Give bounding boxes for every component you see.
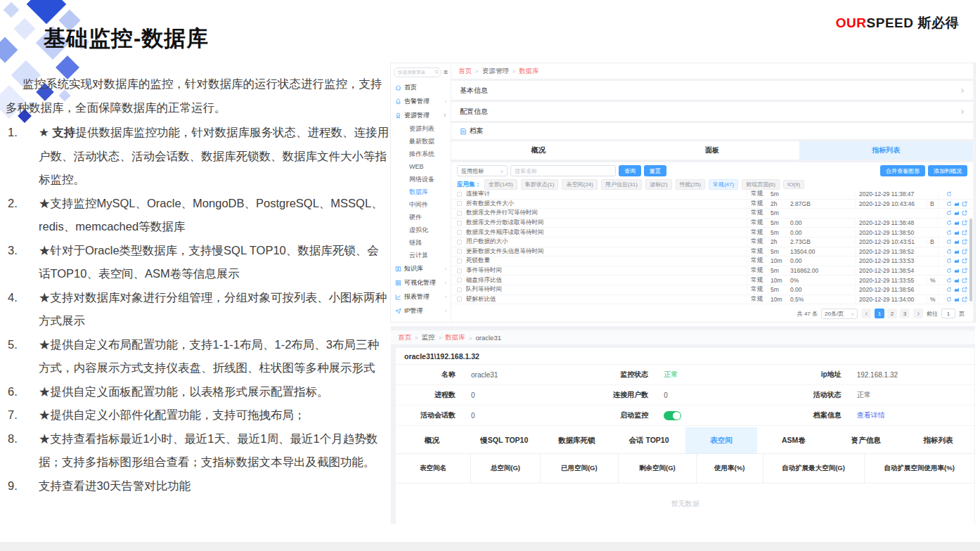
sidebar-item[interactable]: 可视化管理 › <box>391 276 451 290</box>
chart-icon[interactable] <box>954 220 960 226</box>
row-checkbox[interactable] <box>457 249 462 254</box>
sidebar-item[interactable]: 资源管理 ∨ <box>391 108 451 122</box>
external-link-icon[interactable] <box>962 287 967 292</box>
refresh-icon[interactable] <box>946 239 952 245</box>
refresh-icon[interactable] <box>946 191 952 197</box>
row-checkbox[interactable] <box>457 287 462 292</box>
detail-tab[interactable]: 数据库死锁 <box>541 427 613 453</box>
table-row[interactable]: 数据库文件并行写等待时间 常规 5m <box>451 209 973 219</box>
sidebar-item[interactable]: 资源列表 <box>391 122 451 135</box>
table-scrollbar[interactable] <box>969 219 972 302</box>
sidebar-item[interactable]: 数据库 <box>391 186 451 198</box>
breadcrumb-item[interactable]: 首页 <box>398 333 411 342</box>
detail-tab[interactable]: 会话 TOP10 <box>613 427 685 453</box>
table-row[interactable]: 所有数据文件大小 常规 2h 2.87GB 2020-12-29 10:43:4… <box>451 200 973 209</box>
row-checkbox[interactable] <box>457 221 462 226</box>
filter-tag[interactable]: 常规(47) <box>709 179 738 190</box>
breadcrumb-item[interactable]: 资源管理 <box>472 67 509 76</box>
sidebar-item[interactable]: 告警管理 › <box>391 94 451 108</box>
reset-button[interactable]: 重置 <box>644 165 666 176</box>
table-row[interactable]: 事件等待时间 常规 5m 316862.00 2020-12-29 11:38:… <box>451 266 973 276</box>
chart-icon[interactable] <box>954 278 960 283</box>
breadcrumb-item[interactable]: 数据库 <box>435 333 465 342</box>
breadcrumb-item[interactable]: 监控 <box>411 333 435 342</box>
chart-icon[interactable] <box>954 297 960 302</box>
row-checkbox[interactable] <box>457 211 462 216</box>
chart-icon[interactable] <box>954 239 960 245</box>
chart-icon[interactable] <box>954 210 960 216</box>
row-checkbox[interactable] <box>457 201 462 206</box>
sidebar-item[interactable]: 虚拟化 <box>391 223 451 236</box>
menu-icon[interactable]: ≡ <box>444 69 448 76</box>
sidebar-item[interactable]: 操作系统 <box>391 148 451 160</box>
external-link-icon[interactable] <box>962 278 967 283</box>
sidebar-item[interactable]: WEB <box>391 160 451 173</box>
filter-tag[interactable]: 全部(145) <box>484 179 517 190</box>
collapse-panel[interactable]: 基本信息 <box>451 81 973 100</box>
refresh-icon[interactable] <box>946 201 952 207</box>
refresh-icon[interactable] <box>946 287 952 292</box>
field-value[interactable]: 查看详情 <box>857 410 885 420</box>
chart-icon[interactable] <box>954 230 960 235</box>
refresh-icon[interactable] <box>946 230 952 235</box>
filter-tag[interactable]: 用户信息(31) <box>601 179 642 190</box>
metric-type-select[interactable]: 应用指标 ∨ <box>457 165 508 176</box>
row-checkbox[interactable] <box>457 240 462 245</box>
detail-tab[interactable]: 概况 <box>396 427 468 453</box>
sidebar-item[interactable]: 最新数据 <box>391 135 451 148</box>
page-number[interactable]: 2 <box>887 309 897 318</box>
refresh-icon[interactable] <box>946 249 952 254</box>
table-row[interactable]: 用户数据的大小 常规 2h 2.73GB 2020-12-29 10:43:51… <box>451 238 973 247</box>
prev-page-button[interactable] <box>861 309 871 318</box>
detail-tab[interactable]: 指标列表 <box>902 427 974 453</box>
filter-tag[interactable]: 表空间(24) <box>562 179 597 190</box>
refresh-icon[interactable] <box>946 210 952 216</box>
table-row[interactable]: 死锁数量 常规 10m 0.00 2020-12-29 11:33:53 <box>451 257 973 266</box>
refresh-icon[interactable] <box>946 268 952 273</box>
sidebar-item[interactable]: 首页 <box>391 80 451 94</box>
external-link-icon[interactable] <box>962 201 967 207</box>
detail-tab[interactable]: 资产信息 <box>830 427 902 453</box>
collapse-panel[interactable]: 配置信息 <box>451 102 973 121</box>
tab[interactable]: 概况 <box>451 141 625 160</box>
sidebar-item[interactable]: 报表管理 › <box>391 290 451 304</box>
sidebar-item[interactable]: IP管理 › <box>391 304 451 318</box>
sidebar-item[interactable]: 网络设备 <box>391 173 451 186</box>
monitor-toggle[interactable] <box>664 411 681 420</box>
external-link-icon[interactable] <box>962 297 967 302</box>
add-to-overview-button[interactable]: 添加到概况 <box>928 165 967 176</box>
sidebar-item[interactable]: 链路 <box>391 236 451 249</box>
row-checkbox[interactable] <box>457 268 462 273</box>
tab[interactable]: 面板 <box>625 141 799 160</box>
page-number[interactable]: 3 <box>900 309 910 318</box>
row-checkbox[interactable] <box>457 259 462 264</box>
table-row[interactable]: 连接审计 常规 5m 2020-12-29 11:38:47 <box>451 190 973 200</box>
table-row[interactable]: 队列等待时间 常规 5m 0.00 2020-12-29 11:38:56 <box>451 285 973 295</box>
table-row[interactable]: 数据库文件顺序读取等待时间 常规 5m 0.00 2020-12-29 11:3… <box>451 228 973 238</box>
sidebar-item[interactable]: 知识库 › <box>391 261 451 276</box>
external-link-icon[interactable] <box>962 230 967 235</box>
table-row[interactable]: 更新数据文件头信息等待时间 常规 5m 13504.00 2020-12-29 … <box>451 247 973 257</box>
table-row[interactable]: 数据库文件分散读取等待时间 常规 5m 0.00 2020-12-29 11:3… <box>451 219 973 228</box>
goto-page-input[interactable] <box>941 309 955 318</box>
chart-icon[interactable] <box>954 258 960 264</box>
chart-icon[interactable] <box>954 201 960 207</box>
metric-search-input[interactable] <box>510 165 616 176</box>
sidebar-item[interactable]: 硬件 <box>391 211 451 223</box>
row-checkbox[interactable] <box>457 278 462 283</box>
row-checkbox[interactable] <box>457 192 462 197</box>
external-link-icon[interactable] <box>962 268 967 273</box>
filter-tag[interactable]: 前端页面(6) <box>742 179 780 190</box>
external-link-icon[interactable] <box>962 239 967 245</box>
row-checkbox[interactable] <box>457 230 462 235</box>
external-link-icon[interactable] <box>962 258 967 264</box>
table-row[interactable]: 硬解析比值 常规 10m 0.5% 2020-12-29 11:34:00 % <box>451 295 973 305</box>
page-number[interactable]: 1 <box>875 309 884 318</box>
archive-row[interactable]: 档案 <box>451 123 973 139</box>
refresh-icon[interactable] <box>946 297 952 302</box>
refresh-icon[interactable] <box>946 220 952 226</box>
breadcrumb-item[interactable]: 数据库 <box>509 67 539 76</box>
chart-icon[interactable] <box>954 268 960 273</box>
sidebar-item[interactable]: 中间件 <box>391 198 451 211</box>
query-button[interactable]: 查询 <box>619 165 641 176</box>
